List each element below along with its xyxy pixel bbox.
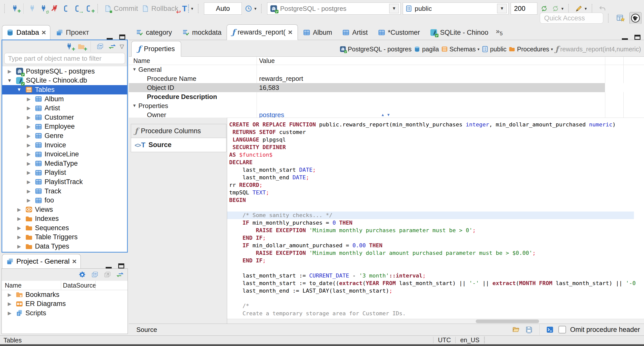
column-header-name[interactable]: Name <box>5 282 22 289</box>
chevron-right-icon[interactable]: ▶ <box>25 133 32 139</box>
splitter-handle[interactable]: ▲▼ <box>381 113 390 117</box>
maximize-icon[interactable] <box>634 35 640 40</box>
chevron-right-icon[interactable]: ▶ <box>6 292 13 298</box>
breadcrumb-database[interactable]: pagila <box>414 46 439 53</box>
tree-item-artist[interactable]: ▶Artist <box>2 103 127 113</box>
chevron-right-icon[interactable]: ▶ <box>25 105 32 111</box>
breadcrumb-schema[interactable]: public <box>482 46 506 53</box>
transaction-mode-button[interactable]: T▾ <box>181 4 194 13</box>
toolbar-grip[interactable] <box>608 14 610 23</box>
dropdown-arrow[interactable]: ▼ <box>497 4 507 13</box>
page-source[interactable]: <>TSource <box>131 138 226 152</box>
chevron-down-icon[interactable]: ▼ <box>132 103 138 108</box>
breadcrumb-procedure[interactable]: ƒrewards_report(int4,numeric) <box>555 45 641 53</box>
chevron-right-icon[interactable]: ▶ <box>25 188 32 194</box>
scrollbar-thumb[interactable] <box>476 320 539 323</box>
chevron-right-icon[interactable]: ▶ <box>15 234 23 240</box>
sql-editor-button[interactable] <box>62 4 71 13</box>
minimize-icon[interactable] <box>107 34 113 40</box>
tree-item-employee[interactable]: ▶Employee <box>2 122 127 131</box>
collapse-all-button[interactable] <box>90 270 99 279</box>
project-item-er-diagrams[interactable]: ▶ER Diagrams <box>2 299 128 309</box>
new-connection-button[interactable]: + <box>10 4 19 13</box>
tree-item-track[interactable]: ▶Track <box>2 187 127 196</box>
tree-item-postgres-connection[interactable]: ▶PostgreSQL - postgres <box>2 67 127 76</box>
new-connection-button[interactable]: + <box>65 42 74 51</box>
minimize-icon[interactable] <box>106 263 112 268</box>
tree-item-invoice[interactable]: ▶Invoice <box>2 141 127 150</box>
toolbar-grip[interactable] <box>261 4 263 13</box>
tree-item-sequences[interactable]: ▶Sequences <box>2 223 127 233</box>
new-sql-editor-button[interactable]: + <box>84 4 93 13</box>
chevron-right-icon[interactable]: ▶ <box>6 68 13 74</box>
toolbar-grip[interactable] <box>592 4 594 13</box>
tab-sqlite-chinook[interactable]: SQLite - Chinoo <box>425 25 493 40</box>
tree-item-album[interactable]: ▶Album <box>2 94 127 104</box>
link-with-editor-button[interactable] <box>108 42 117 51</box>
property-row-properties[interactable]: ▼Properties <box>129 101 644 110</box>
tree-item-table-triggers[interactable]: ▶Table Triggers <box>2 233 127 242</box>
schema-select[interactable]: public ▼ <box>403 3 508 15</box>
open-sql-console-button[interactable]: → <box>73 4 82 13</box>
tree-item-playlist[interactable]: ▶Playlist <box>2 168 127 178</box>
query-history-button[interactable]: ▾ <box>244 4 257 13</box>
close-icon[interactable]: × <box>72 258 77 265</box>
undo-button[interactable] <box>598 4 607 13</box>
column-header-datasource[interactable]: DataSource <box>63 282 96 289</box>
bottom-tab-source[interactable]: Source <box>136 326 157 334</box>
project-item-bookmarks[interactable]: ▶Bookmarks <box>2 290 128 299</box>
connection-select[interactable]: PostgreSQL - postgres ▼ <box>267 3 400 15</box>
commit-mode-select[interactable]: Auto <box>204 3 242 15</box>
commit-button[interactable]: Commit <box>103 4 139 13</box>
disconnect-button[interactable] <box>50 4 59 13</box>
tab-customer[interactable]: *Customer <box>373 25 425 40</box>
collapse-all-button[interactable] <box>96 42 105 51</box>
tree-item-playlisttrack[interactable]: ▶PlaylistTrack <box>2 177 127 187</box>
dropdown-arrow[interactable]: ▼ <box>389 4 399 13</box>
refresh-button[interactable] <box>540 4 549 13</box>
reconnect-button[interactable] <box>39 4 48 13</box>
toolbar-grip[interactable] <box>568 4 570 13</box>
chevron-right-icon[interactable]: ▶ <box>25 197 32 203</box>
source-editor[interactable]: CREATE OR REPLACE FUNCTION public.reward… <box>227 118 644 324</box>
quick-access-input[interactable] <box>540 13 603 24</box>
breadcrumb-schemas[interactable]: Schemas▾ <box>441 46 479 53</box>
chevron-right-icon[interactable]: ▶ <box>25 179 32 185</box>
open-perspective-button[interactable] <box>615 12 626 24</box>
property-row-procedure-description[interactable]: Procedure Description <box>129 92 644 101</box>
property-row-general[interactable]: ▼General <box>129 65 644 74</box>
sync-connection-button[interactable]: ▾ <box>551 4 564 13</box>
tree-item-sqlite-connection[interactable]: ▼SQLite - Chinook.db <box>2 76 127 85</box>
settings-button[interactable] <box>78 270 87 279</box>
tab-projects[interactable]: Проект <box>52 25 93 40</box>
chevron-right-icon[interactable]: ▶ <box>25 124 32 129</box>
project-item-scripts[interactable]: ▶Scripts <box>2 308 128 318</box>
connect-button[interactable] <box>28 4 37 13</box>
open-in-sql-console-button[interactable] <box>545 325 554 334</box>
tab-album[interactable]: Album <box>298 25 337 40</box>
tree-item-customer[interactable]: ▶Customer <box>2 113 127 122</box>
omit-procedure-header-checkbox[interactable] <box>558 326 566 333</box>
tab-rewards-report[interactable]: ƒrewards_report(× <box>227 24 298 40</box>
owner-link[interactable]: postgres <box>259 111 284 118</box>
chevron-right-icon[interactable]: ▶ <box>25 142 32 148</box>
tree-item-invoiceline[interactable]: ▶InvoiceLine <box>2 150 127 159</box>
tab-category[interactable]: category <box>131 25 177 40</box>
chevron-down-icon[interactable]: ▼ <box>6 78 13 83</box>
toolbar-grip[interactable] <box>97 4 99 13</box>
tab-properties[interactable]: ƒProperties <box>131 41 181 57</box>
column-header-value[interactable]: Value <box>259 57 275 64</box>
locale-indicator[interactable]: en_US <box>460 336 479 344</box>
maximize-icon[interactable] <box>118 263 124 268</box>
chevron-down-icon[interactable]: ▼ <box>15 87 23 92</box>
tab-artist[interactable]: Artist <box>337 25 373 40</box>
tree-item-mediatype[interactable]: ▶MediaType <box>2 159 127 168</box>
new-folder-button[interactable]: + <box>77 42 86 51</box>
column-header-name[interactable]: Name <box>133 57 150 64</box>
more-tabs-button[interactable]: »5 <box>496 28 503 36</box>
tree-item-indexes[interactable]: ▶Indexes <box>2 214 127 224</box>
toolbar-grip[interactable] <box>198 4 200 13</box>
tree-item-data-types[interactable]: ▶Data Types <box>2 242 127 251</box>
timezone-indicator[interactable]: UTC <box>438 336 451 344</box>
expand-all-button[interactable] <box>103 270 112 279</box>
